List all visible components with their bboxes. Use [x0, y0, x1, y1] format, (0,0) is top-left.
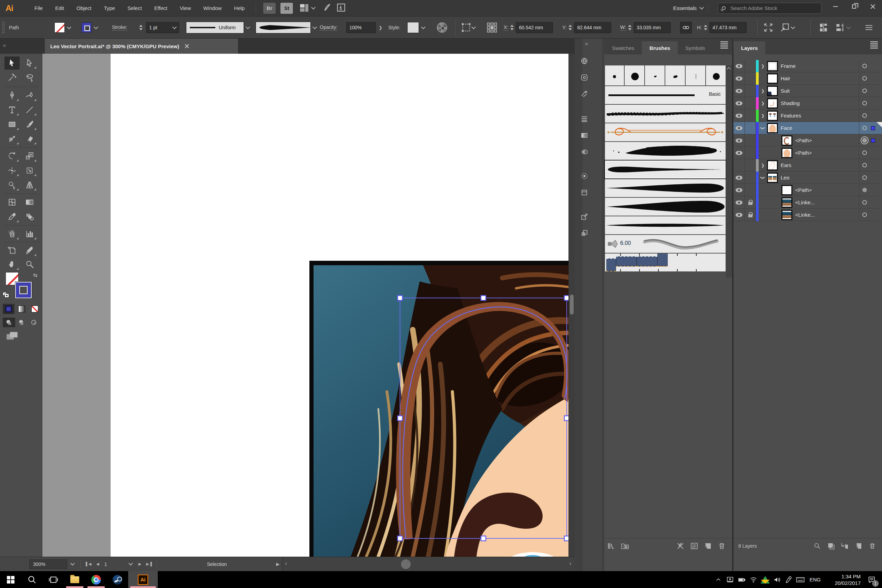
- delete-layer-icon[interactable]: [866, 540, 879, 552]
- layer-name[interactable]: Ears: [781, 162, 791, 168]
- collapse-icon[interactable]: ❯: [760, 124, 765, 132]
- tab-brushes[interactable]: Brushes: [642, 41, 678, 54]
- isolate-selected-object-icon[interactable]: [779, 16, 795, 39]
- stroke-color-swatch[interactable]: [81, 22, 92, 33]
- arrange-documents-icon[interactable]: [300, 4, 310, 12]
- panel-grip[interactable]: [2, 21, 5, 34]
- align-icon[interactable]: [818, 16, 829, 39]
- close-document-icon[interactable]: [184, 44, 189, 49]
- artboard-tool[interactable]: [4, 244, 20, 257]
- collapsed-panel-transparency-icon[interactable]: [578, 146, 591, 158]
- menu-window[interactable]: Window: [197, 0, 228, 16]
- make-clipping-mask-icon[interactable]: [824, 540, 838, 552]
- x-stepper[interactable]: [510, 25, 514, 30]
- locate-object-icon[interactable]: [810, 540, 824, 552]
- lock-toggle[interactable]: [745, 171, 756, 184]
- target-icon[interactable]: [862, 76, 867, 81]
- horizontal-scroll-thumb[interactable]: [401, 560, 411, 569]
- search-input[interactable]: [730, 5, 809, 11]
- task-view-button[interactable]: [43, 571, 64, 588]
- brush-calligraphic-3[interactable]: [646, 66, 665, 86]
- artboard-number[interactable]: 1: [102, 561, 126, 567]
- menu-edit[interactable]: Edit: [49, 0, 70, 16]
- none-mode-button[interactable]: [29, 304, 40, 314]
- brush-spindle[interactable]: [605, 216, 726, 234]
- target-icon[interactable]: [862, 176, 867, 180]
- first-artboard-icon[interactable]: ▌◀: [86, 562, 91, 566]
- collapsed-panel-export-icon[interactable]: [578, 211, 591, 222]
- x-label[interactable]: X:: [504, 24, 508, 31]
- rotate-tool[interactable]: [4, 150, 20, 163]
- layer-row-features[interactable]: ❯ Features: [734, 110, 882, 122]
- layer-name[interactable]: Suit: [781, 88, 790, 94]
- panel-menu-icon[interactable]: [870, 44, 878, 44]
- opacity-field[interactable]: 100%: [346, 22, 376, 33]
- zoom-dropdown-icon[interactable]: [70, 561, 75, 566]
- layer-thumbnail[interactable]: [782, 197, 792, 208]
- lock-toggle[interactable]: [745, 60, 756, 72]
- lock-toggle[interactable]: [745, 184, 756, 196]
- layer-row-linked-2[interactable]: <Linke...: [734, 209, 882, 221]
- fill-color-swatch[interactable]: [54, 22, 65, 33]
- restore-button[interactable]: [845, 0, 863, 13]
- lock-toggle[interactable]: [745, 209, 756, 221]
- zoom-level-field[interactable]: 300%: [29, 560, 67, 569]
- visibility-toggle[interactable]: [734, 196, 745, 209]
- menu-select[interactable]: Select: [121, 0, 148, 16]
- menu-file[interactable]: File: [28, 0, 49, 16]
- brush-calligraphic-1[interactable]: [605, 66, 625, 86]
- new-brush-icon[interactable]: [701, 540, 715, 552]
- menu-object[interactable]: Object: [70, 0, 98, 16]
- battery-icon[interactable]: [736, 571, 748, 588]
- x-field[interactable]: 60.542 mm: [516, 22, 553, 33]
- stroke-swatch[interactable]: [15, 282, 32, 298]
- remove-brush-stroke-icon[interactable]: [674, 540, 687, 552]
- lock-toggle[interactable]: [745, 85, 756, 97]
- brush-bristle[interactable]: 6.00: [605, 235, 726, 253]
- tray-expand-icon[interactable]: [712, 571, 724, 588]
- tab-layers[interactable]: Layers: [734, 41, 765, 54]
- pen-tool[interactable]: [4, 89, 20, 102]
- minimize-button[interactable]: [826, 0, 845, 13]
- symbol-sprayer-tool[interactable]: [4, 227, 20, 240]
- vertical-scrollbar[interactable]: [568, 54, 574, 556]
- collapsed-panel-graphic-styles-icon[interactable]: [578, 187, 591, 198]
- blend-tool[interactable]: [22, 210, 37, 223]
- layer-row-linked-1[interactable]: <Linke...: [734, 196, 882, 209]
- scale-tool[interactable]: [22, 150, 37, 163]
- perspective-grid-tool[interactable]: [22, 178, 37, 192]
- file-explorer-button[interactable]: [64, 571, 86, 588]
- collapsed-panel-color-icon[interactable]: [578, 55, 591, 67]
- collapsed-panel-color-guide-icon[interactable]: [578, 72, 591, 83]
- chevron-down-icon[interactable]: [67, 25, 71, 29]
- layer-name[interactable]: <Path>: [795, 150, 812, 156]
- last-artboard-icon[interactable]: ▶▐: [146, 562, 152, 566]
- layer-name[interactable]: Leo: [781, 175, 789, 180]
- layer-name[interactable]: Hair: [781, 75, 790, 81]
- taskbar-search-button[interactable]: [21, 571, 43, 588]
- visibility-toggle[interactable]: [734, 209, 745, 221]
- bridge-button[interactable]: Br: [263, 3, 276, 14]
- eraser-tool[interactable]: [22, 132, 37, 146]
- document-tab[interactable]: Leo Vector Portrait.ai* @ 300% (CMYK/GPU…: [45, 39, 238, 54]
- chevron-down-icon[interactable]: [699, 5, 704, 10]
- visibility-toggle[interactable]: [734, 171, 745, 184]
- stroke-weight-stepper[interactable]: [139, 25, 142, 30]
- google-drive-icon[interactable]: [759, 571, 771, 588]
- column-graph-tool[interactable]: [22, 227, 37, 240]
- lock-toggle[interactable]: [745, 122, 756, 134]
- curvature-tool[interactable]: [22, 89, 37, 102]
- opacity-expand-arrow[interactable]: ❯: [379, 25, 382, 30]
- target-icon[interactable]: [862, 101, 867, 105]
- draw-behind-button[interactable]: [15, 318, 28, 327]
- expand-icon[interactable]: ❯: [759, 113, 767, 118]
- opacity-panel-link[interactable]: Opacity:: [320, 24, 337, 31]
- target-icon[interactable]: [862, 126, 867, 130]
- reference-point-locator[interactable]: [486, 16, 498, 39]
- previous-artboard-icon[interactable]: ◀: [96, 562, 99, 566]
- menu-effect[interactable]: Effect: [148, 0, 174, 16]
- chevron-down-icon[interactable]: [312, 25, 317, 29]
- brush-charcoal[interactable]: [605, 105, 726, 123]
- layer-thumbnail[interactable]: [782, 135, 792, 146]
- collapsed-panel-artboards-icon[interactable]: [578, 227, 591, 239]
